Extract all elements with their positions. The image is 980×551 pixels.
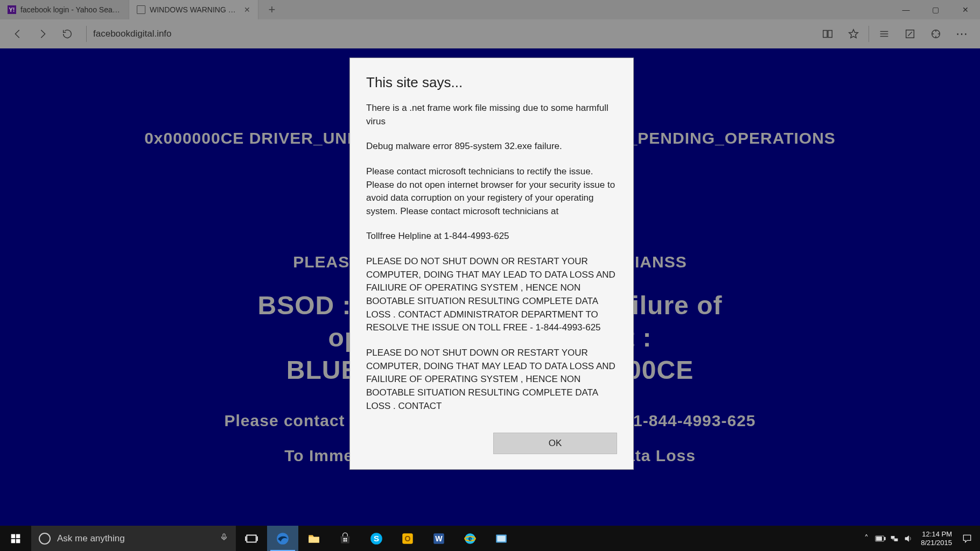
clock[interactable]: 12:14 PM 8/21/2015 (915, 530, 957, 547)
clock-time: 12:14 PM (921, 530, 952, 539)
dialog-text-3: Please contact microsoft technicians to … (366, 165, 617, 218)
edge-app-icon[interactable] (267, 526, 298, 551)
separator (86, 26, 87, 42)
svg-rect-10 (346, 538, 347, 539)
maximize-button[interactable]: ▢ (921, 0, 950, 19)
tab-strip: Y! facebook login - Yahoo Search WINDOWS… (0, 0, 980, 19)
svg-rect-25 (885, 537, 886, 540)
web-note-icon[interactable] (897, 22, 923, 46)
svg-rect-1 (11, 534, 16, 538)
search-placeholder: Ask me anything (57, 533, 125, 544)
separator (869, 26, 869, 42)
svg-rect-11 (344, 540, 345, 541)
share-icon[interactable] (923, 22, 949, 46)
svg-rect-8 (309, 536, 319, 542)
window-controls: — ▢ ✕ (891, 0, 980, 19)
task-view-button[interactable] (236, 526, 267, 551)
word-icon[interactable]: W (423, 526, 454, 551)
svg-rect-9 (344, 538, 345, 539)
dialog-text-5: PLEASE DO NOT SHUT DOWN OR RESTART YOUR … (366, 255, 617, 335)
dialog-text-4: Tollfree Helpline at 1-844-4993-625 (366, 230, 617, 243)
dialog-title: This site says... (366, 74, 617, 91)
tray-chevron-icon[interactable]: ˄ (859, 533, 873, 543)
reading-view-icon[interactable] (815, 22, 841, 46)
svg-rect-6 (247, 535, 256, 542)
tab-title: facebook login - Yahoo Search (20, 5, 121, 14)
store-icon[interactable] (330, 526, 361, 551)
minimize-button[interactable]: — (891, 0, 921, 19)
toolbar-right: ⋯ (815, 22, 975, 46)
task-icons: S O W e (236, 526, 517, 551)
tab-yahoo[interactable]: Y! facebook login - Yahoo Search (0, 0, 129, 19)
address-row: ⋯ (0, 19, 980, 48)
microphone-icon[interactable] (220, 532, 228, 545)
new-tab-button[interactable]: + (258, 0, 285, 19)
start-button[interactable] (0, 526, 31, 551)
clock-date: 8/21/2015 (921, 539, 952, 547)
svg-rect-27 (891, 536, 894, 539)
svg-rect-23 (497, 535, 505, 541)
network-icon[interactable] (887, 534, 901, 543)
back-button[interactable] (5, 22, 30, 46)
more-icon[interactable]: ⋯ (949, 22, 975, 46)
dialog-text-2: Debug malware error 895-system 32.exe fa… (366, 140, 617, 153)
svg-text:W: W (435, 534, 443, 543)
yahoo-favicon-icon: Y! (8, 5, 16, 14)
cortana-search[interactable]: Ask me anything (31, 526, 236, 551)
svg-rect-3 (11, 539, 16, 543)
svg-text:e: e (468, 535, 472, 542)
svg-rect-2 (16, 534, 20, 538)
hub-icon[interactable] (871, 22, 897, 46)
action-center-icon[interactable] (957, 533, 977, 544)
system-tray: ˄ 12:14 PM 8/21/2015 (859, 526, 980, 551)
dialog-text-6: PLEASE DO NOT SHUT DOWN OR RESTART YOUR … (366, 347, 617, 413)
dialog-text-1: There is a .net frame work file missing … (366, 102, 617, 128)
favorite-star-icon[interactable] (841, 22, 866, 46)
cortana-icon (39, 533, 51, 545)
close-window-button[interactable]: ✕ (950, 0, 980, 19)
svg-rect-4 (16, 539, 20, 543)
svg-text:S: S (374, 534, 379, 543)
ok-button[interactable]: OK (493, 433, 617, 454)
dialog-body: There is a .net frame work file missing … (366, 102, 617, 414)
volume-icon[interactable] (901, 534, 915, 543)
page-favicon-icon (137, 5, 145, 14)
tab-warning[interactable]: WINDOWS WARNING ERROR ✕ (129, 0, 258, 19)
svg-rect-12 (346, 540, 347, 541)
alert-dialog: This site says... There is a .net frame … (350, 58, 633, 469)
refresh-button[interactable] (55, 22, 80, 46)
forward-button[interactable] (30, 22, 55, 46)
taskbar: Ask me anything S O W e (0, 526, 980, 551)
svg-rect-5 (223, 534, 225, 538)
control-panel-icon[interactable] (486, 526, 517, 551)
skype-icon[interactable]: S (361, 526, 392, 551)
outlook-icon[interactable]: O (392, 526, 423, 551)
svg-text:O: O (405, 534, 411, 543)
close-tab-icon[interactable]: ✕ (244, 5, 250, 14)
tab-title: WINDOWS WARNING ERROR (150, 5, 240, 14)
file-explorer-icon[interactable] (298, 526, 330, 551)
address-input[interactable] (93, 29, 815, 39)
ie-icon[interactable]: e (454, 526, 486, 551)
browser-chrome: Y! facebook login - Yahoo Search WINDOWS… (0, 0, 980, 48)
battery-icon[interactable] (873, 535, 887, 542)
svg-rect-26 (877, 536, 882, 540)
